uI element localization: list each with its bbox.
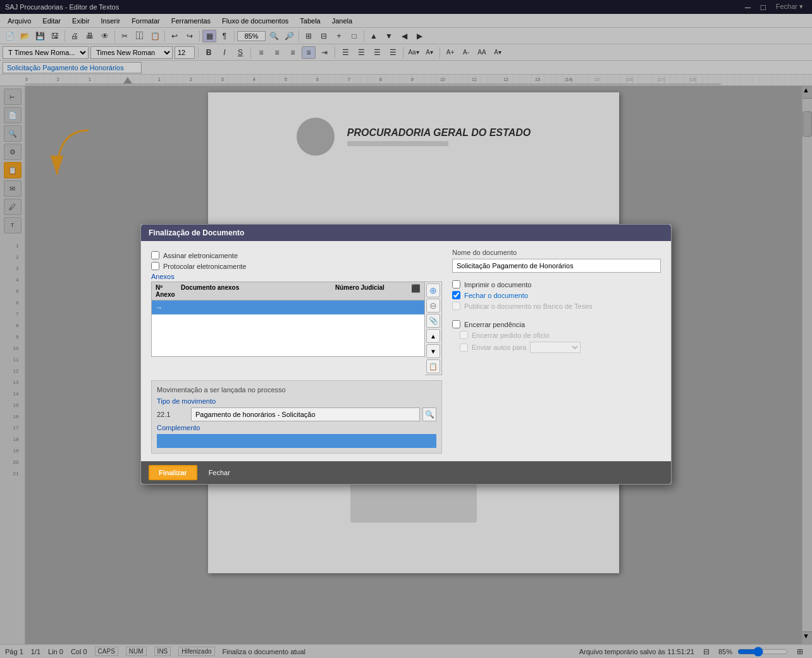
remove-row-btn[interactable]: ⊖ — [426, 299, 440, 313]
protocolar-checkbox[interactable] — [151, 262, 159, 270]
encerrar-pedido-row: Encerrar pedido de ofício — [460, 331, 661, 339]
encerrar-pendencia-label: Encerrar pendência — [464, 321, 525, 328]
fechar-doc-checkbox[interactable] — [452, 291, 460, 299]
col-num2-header: Número Judicial — [335, 284, 411, 298]
fechar-doc-row: Fechar o documento — [452, 291, 661, 299]
movimento-title: Movimentação a ser lançada no processo — [157, 386, 436, 394]
assinar-label: Assinar eletronicamente — [163, 252, 238, 259]
modal-overlay: Finalização de Documento Assinar eletron… — [0, 0, 812, 658]
nome-input[interactable] — [452, 259, 661, 273]
modal-footer: Finalizar Fechar — [141, 461, 671, 484]
complemento-input[interactable] — [157, 434, 436, 448]
movimento-row: 22.1 🔍 — [157, 407, 436, 421]
encerrar-pedido-checkbox — [460, 331, 468, 339]
row-arrow: → — [156, 304, 163, 311]
scroll-down-table-btn[interactable]: ▼ — [426, 344, 440, 358]
modal-title: Finalização de Documento — [149, 228, 244, 237]
modal-body: Assinar eletronicamente Protocolar eletr… — [141, 241, 671, 461]
table-header: Nº Anexo Documento anexos Número Judicia… — [151, 282, 425, 300]
add-row-btn[interactable]: ⊕ — [426, 283, 440, 297]
imprimir-checkbox[interactable] — [452, 280, 460, 289]
col-doc-header: Documento anexos — [181, 284, 335, 298]
movimento-input[interactable] — [191, 407, 420, 421]
table-row-selected[interactable]: → — [152, 301, 424, 314]
modal-titlebar: Finalização de Documento — [141, 225, 671, 241]
attach-btn[interactable]: 📎 — [426, 314, 440, 328]
filter-icon[interactable]: ⬛ — [411, 284, 421, 298]
table-body[interactable]: → — [151, 300, 425, 357]
anexos-label: Anexos — [151, 273, 442, 280]
nome-label: Nome do documento — [452, 249, 661, 256]
enviar-checkbox — [460, 344, 468, 352]
encerrar-pendencia-checkbox[interactable] — [452, 320, 460, 328]
movimento-code: 22.1 — [157, 411, 188, 418]
modal-right-panel: Nome do documento Imprimir o documento F… — [452, 249, 661, 454]
enviar-select — [530, 342, 581, 353]
imprimir-row: Imprimir o documento — [452, 280, 661, 289]
anexos-table: Nº Anexo Documento anexos Número Judicia… — [151, 282, 425, 375]
enviar-label: Enviar autos para — [472, 344, 526, 351]
copy-table-btn[interactable]: 📋 — [426, 359, 440, 373]
assinar-row: Assinar eletronicamente — [151, 251, 442, 259]
finalizacao-modal: Finalização de Documento Assinar eletron… — [140, 224, 672, 485]
fechar-doc-label: Fechar o documento — [464, 292, 528, 299]
protocolar-row: Protocolar eletronicamente — [151, 262, 442, 270]
modal-left-panel: Assinar eletronicamente Protocolar eletr… — [151, 249, 442, 454]
col-num-header: Nº Anexo — [156, 284, 181, 298]
complemento-label: Complemento — [157, 424, 436, 431]
tipo-movimento-label: Tipo de movimento — [157, 397, 436, 405]
table-side-buttons: ⊕ ⊖ 📎 ▲ ▼ 📋 — [425, 282, 442, 375]
assinar-checkbox[interactable] — [151, 251, 159, 259]
encerrar-pendencia-row: Encerrar pendência — [452, 320, 661, 328]
movimento-section: Movimentação a ser lançada no processo T… — [151, 380, 442, 454]
row-content — [165, 302, 421, 313]
enviar-row: Enviar autos para — [460, 342, 661, 353]
publicar-row: Publicar o documento no Banco de Teses — [452, 302, 661, 310]
protocolar-label: Protocolar eletronicamente — [163, 263, 246, 270]
fechar-button[interactable]: Fechar — [200, 465, 239, 480]
encerrar-pedido-label: Encerrar pedido de ofício — [472, 332, 550, 339]
finalizar-button[interactable]: Finalizar — [149, 465, 197, 480]
movimento-search-btn[interactable]: 🔍 — [422, 407, 436, 421]
publicar-label: Publicar o documento no Banco de Teses — [464, 302, 593, 310]
publicar-checkbox — [452, 302, 460, 310]
scroll-up-table-btn[interactable]: ▲ — [426, 329, 440, 343]
imprimir-label: Imprimir o documento — [464, 281, 531, 289]
anexos-table-container: Nº Anexo Documento anexos Número Judicia… — [151, 282, 442, 375]
